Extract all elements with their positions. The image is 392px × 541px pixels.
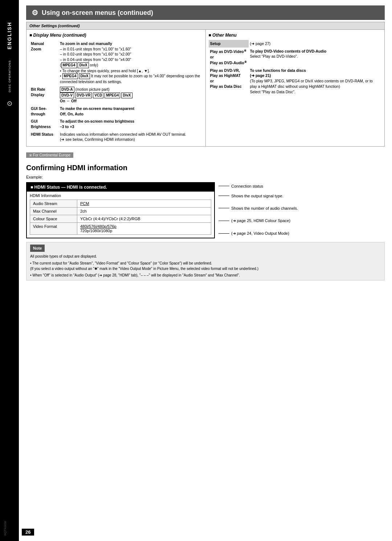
settings-content: ■ Display Menu (continued) ManualZoom To… <box>26 30 384 146</box>
max-channel-value: 2ch <box>77 207 211 215</box>
other-menu-title: ■ Other Menu <box>209 33 382 38</box>
table-row: Play as DVD-Video※ or Play as DVD-Audio※… <box>209 48 382 67</box>
note-item-2: • When "Off" is selected in "Audio Outpu… <box>30 272 381 278</box>
row-label: GUI See-through <box>29 105 58 118</box>
other-settings-title: Other Settings (continued) <box>26 22 384 30</box>
page-title: Using on-screen menus (continued) <box>42 9 153 17</box>
note-item-1: • The current output for "Audio Stream",… <box>30 261 381 271</box>
hdmi-status-box: ■ HDMI Status — HDMI is connected. HDMI … <box>26 182 215 238</box>
example-label: Example: <box>26 175 385 179</box>
doc-id: RQTX0038 <box>4 521 7 536</box>
table-row: Setup (➜ page 27) <box>209 40 382 48</box>
hdmi-header-text: ■ HDMI Status — HDMI is connected. <box>30 185 107 190</box>
table-row: Play as DVD-VR,Play as HighMAT or Play a… <box>209 67 382 95</box>
hdmi-info-label: HDMI Information <box>27 192 214 200</box>
table-row: Video Format 480i/576i/480p/576p720p/108… <box>30 222 211 234</box>
annotation-channels: Shows the number of audio channels. <box>219 206 385 210</box>
note-title: Note <box>30 245 45 252</box>
annotation-signal: Shows the output signal type. <box>219 194 385 198</box>
annotation-text: Shows the output signal type. <box>231 194 283 198</box>
annotation-text: Shows the number of audio channels. <box>231 206 298 210</box>
annotation-text: Connection status <box>231 184 263 188</box>
row-content: To play DVD-Video contents of DVD-Audio … <box>249 48 382 67</box>
other-menu-table: Setup (➜ page 27) Play as DVD-Video※ or … <box>209 40 382 95</box>
annotation-text: (➜ page 25, HDMI Colour Space) <box>231 218 290 223</box>
sidebar: ENGLISH DISC OPERATIONS ⊙ <box>0 0 19 541</box>
annotation-text: (➜ page 24, Video Output Mode) <box>231 231 289 236</box>
table-row: Colour Space YCbCr (4:4:4)/YCbCr (4:2:2)… <box>30 215 211 222</box>
row-label: HDMI Status <box>29 131 58 143</box>
display-menu-title: ■ Display Menu (continued) <box>29 33 203 38</box>
table-row: HDMI Status Indicates various informatio… <box>29 131 203 143</box>
note-all-types: All possible types of output are display… <box>30 254 381 259</box>
row-label: ManualZoom <box>29 40 58 86</box>
table-row: Max Channel 2ch <box>30 207 211 215</box>
annotation-connection: Connection status <box>219 184 385 188</box>
page-header: ⚙ Using on-screen menus (continued) <box>26 5 385 20</box>
video-format-value: 480i/576i/480p/576p720p/1080i/1080p <box>77 222 211 234</box>
sidebar-section-label: DISC OPERATIONS <box>8 60 11 92</box>
table-row: GUI See-through To make the on-screen me… <box>29 105 203 118</box>
annotation-video-output: (➜ page 24, Video Output Mode) <box>219 231 385 236</box>
table-row: GUIBrightness To adjust the on-screen me… <box>29 118 203 130</box>
row-label: Setup <box>209 40 249 48</box>
row-content: Indicates various information when conne… <box>58 131 203 143</box>
menu-icon: ⚙ <box>32 8 38 17</box>
continental-note: ※ For Continental Europe <box>26 152 73 158</box>
main-content: ⚙ Using on-screen menus (continued) Othe… <box>19 0 392 289</box>
display-menu-panel: ■ Display Menu (continued) ManualZoom To… <box>26 30 206 146</box>
colour-space-label: Colour Space <box>30 215 77 222</box>
audio-stream-value: PCM <box>77 200 211 207</box>
other-settings-box: Other Settings (continued) ■ Display Men… <box>26 22 385 147</box>
max-channel-label: Max Channel <box>30 207 77 215</box>
note-box: Note All possible types of output are di… <box>26 242 385 281</box>
hdmi-box-header: ■ HDMI Status — HDMI is connected. <box>27 183 214 192</box>
row-content: To adjust the on-screen menu brightness … <box>58 118 203 130</box>
hdmi-info-container: ■ HDMI Status — HDMI is connected. HDMI … <box>26 182 385 238</box>
annotations-panel: Connection status Shows the output signa… <box>219 182 385 236</box>
table-row: ManualZoom To zoom in and out manually –… <box>29 40 203 86</box>
row-content: To use functions for data discs (➜ page … <box>249 67 382 95</box>
disc-icon: ⊙ <box>7 99 12 107</box>
row-label: Play as DVD-VR,Play as HighMAT or Play a… <box>209 67 249 95</box>
other-menu-panel: ■ Other Menu Setup (➜ page 27) Play as D… <box>206 30 385 146</box>
row-content: (➜ page 27) <box>249 40 382 48</box>
page-container: ENGLISH DISC OPERATIONS ⊙ ⚙ Using on-scr… <box>0 0 392 541</box>
row-content: To zoom in and out manually – in 0.01-un… <box>58 40 203 86</box>
table-row: Bit RateDisplay DVD-A (motion picture pa… <box>29 86 203 105</box>
display-menu-table: ManualZoom To zoom in and out manually –… <box>29 40 203 143</box>
colour-space-value: YCbCr (4:4:4)/YCbCr (4:2:2)/RGB <box>77 215 211 222</box>
page-number: 26 <box>22 529 34 536</box>
hdmi-section-title: Confirming HDMI information <box>26 164 385 172</box>
row-label: GUIBrightness <box>29 118 58 130</box>
annotation-colour-space: (➜ page 25, HDMI Colour Space) <box>219 218 385 223</box>
video-format-label: Video Format <box>30 222 77 234</box>
hdmi-info-table: Audio Stream PCM Max Channel 2ch Colour … <box>30 200 211 235</box>
row-content: DVD-A (motion picture part) DVD-V DVD-VR… <box>58 86 203 105</box>
row-label: Bit RateDisplay <box>29 86 58 105</box>
row-label: Play as DVD-Video※ or Play as DVD-Audio※ <box>209 48 249 67</box>
row-content: To make the on-screen menu transparent O… <box>58 105 203 118</box>
sidebar-language-label: ENGLISH <box>7 22 12 49</box>
table-row: Audio Stream PCM <box>30 200 211 207</box>
audio-stream-label: Audio Stream <box>30 200 77 207</box>
